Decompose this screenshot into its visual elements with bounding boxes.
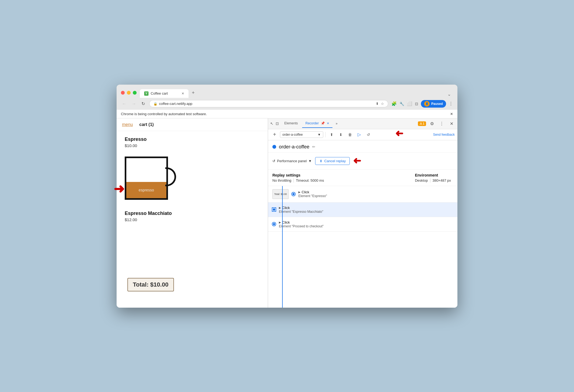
split-icon2[interactable]: ⊡ (415, 102, 418, 106)
environment-title: Environment (415, 173, 453, 177)
step-item-checkout[interactable]: ▶ Click Element "Proceed to checkout" (268, 217, 457, 232)
paused-badge[interactable]: 👤 Paused (421, 100, 446, 108)
step-action-2: ▶ Click (279, 206, 323, 210)
step-detail-3: Element "Proceed to checkout" (279, 224, 324, 228)
throttling-value: No throttling (272, 178, 294, 182)
url-bar[interactable]: 🔒 coffee-cart.netlify.app ⬆ ☆ (149, 100, 388, 107)
main-area: menu cart (1) Espresso $10.00 espresso (117, 118, 457, 308)
maximize-button[interactable] (133, 91, 137, 95)
browser-window: V Coffee cart ✕ + ⌄ ← → ↻ 🔒 coffee-cart.… (117, 85, 457, 308)
expand-arrow-3: ▶ (279, 221, 281, 224)
refresh-button[interactable]: ↻ (140, 101, 146, 107)
menu-link[interactable]: menu (122, 122, 133, 127)
forward-button[interactable]: → (131, 101, 137, 107)
share-icon[interactable]: ⬆ (376, 102, 379, 106)
minimize-button[interactable] (127, 91, 131, 95)
export-icon[interactable]: ⬆ (328, 131, 335, 138)
tab-favicon: V (144, 91, 149, 96)
website-panel: menu cart (1) Espresso $10.00 espresso (117, 118, 268, 308)
url-text: coffee-cart.netlify.app (159, 102, 374, 106)
new-tab-button[interactable]: + (189, 88, 198, 98)
website-content: Espresso $10.00 espresso (117, 131, 268, 233)
toolbar-separator (325, 132, 326, 137)
split-screen-icon[interactable]: ⬜ (407, 101, 412, 106)
active-tab[interactable]: V Coffee cart ✕ (140, 89, 189, 98)
step-action-1: ▶ Click (298, 190, 327, 194)
perf-dropdown-icon: ▼ (308, 159, 312, 163)
title-bar: V Coffee cart ✕ + ⌄ (117, 85, 457, 98)
step-item-macchiato[interactable]: ▶ Click Element "Espresso Macchiato" (268, 202, 457, 217)
controlled-banner: Chrome is being controlled by automated … (117, 110, 457, 118)
more-tabs-icon[interactable]: » (334, 121, 340, 127)
step-action-3: ▶ Click (279, 220, 324, 224)
import-icon[interactable]: ⬇ (337, 131, 345, 138)
espresso-product: Espresso $10.00 espresso (125, 137, 260, 205)
replay-options-icon[interactable]: ↺ (365, 131, 372, 138)
steps-area: Total: $0.00 ▶ Click Element "Espresso" (268, 186, 457, 308)
replay-settings: Replay settings No throttling Timeout: 5… (272, 173, 326, 182)
devtools-icon[interactable]: 🔧 (400, 102, 404, 106)
red-arrow-cancel: ➜ (353, 155, 361, 167)
address-bar-icons: 🧩 🔧 ⬜ ⊡ 👤 Paused ⋮ (391, 100, 453, 108)
desktop-value: Desktop (415, 178, 430, 182)
cursor-icon[interactable]: ↖ (270, 121, 273, 126)
settings-icon[interactable]: ⚙ (428, 120, 436, 127)
expand-arrow-2: ▶ (279, 206, 281, 209)
bookmark-icon[interactable]: ☆ (381, 102, 384, 106)
send-feedback-link[interactable]: Send feedback (433, 133, 455, 137)
banner-close-icon[interactable]: ✕ (450, 112, 453, 116)
user-avatar: 👤 (424, 101, 430, 107)
warning-badge[interactable]: ⚠ 1 (418, 121, 426, 126)
recording-name: order-a-coffee (282, 133, 303, 137)
cup-body: espresso (125, 157, 168, 200)
website-nav: menu cart (1) (117, 118, 268, 131)
replay-controls: ↺ Performance panel ▼ ⏸ Cancel replay ➜ (268, 153, 457, 170)
settings-area: Replay settings No throttling Timeout: 5… (268, 170, 457, 186)
step-content-2: ▶ Click Element "Espresso Macchiato" (279, 206, 323, 214)
cancel-replay-wrapper: ⏸ Cancel replay ➜ (315, 155, 361, 167)
extensions-icon[interactable]: 🧩 (391, 101, 397, 106)
more-tabs-button[interactable]: ⌄ (445, 91, 453, 98)
perf-icon: ↺ (272, 159, 275, 163)
url-actions: ⬆ ☆ (376, 102, 384, 106)
cup-handle (165, 167, 176, 186)
devtools-close-icon[interactable]: ✕ (448, 120, 455, 127)
step-detail-1: Element "Espresso" (298, 194, 327, 198)
environment-settings: Environment Desktop 380×487 px (415, 173, 453, 182)
add-recording-button[interactable]: + (271, 131, 278, 138)
traffic-lights (121, 91, 137, 95)
tab-recorder[interactable]: Recorder 📌 ✕ (302, 119, 332, 128)
tab-close-button[interactable]: ✕ (182, 92, 184, 95)
close-button[interactable] (121, 91, 125, 95)
replay-icon[interactable]: ▷ (355, 131, 363, 138)
delete-icon[interactable]: 🗑 (346, 131, 354, 138)
macchiato-price: $12.00 (125, 217, 260, 222)
inspect-icon[interactable]: ⊡ (275, 121, 280, 126)
devtools-tabs: ↖ ⊡ Elements Recorder 📌 ✕ » ⚠ 1 ⚙ (268, 118, 457, 129)
tab-elements[interactable]: Elements (281, 119, 301, 128)
tabs-area: V Coffee cart ✕ + ⌄ (140, 88, 453, 98)
step-thumbnail-1: Total: $0.00 (272, 189, 289, 199)
performance-panel-button[interactable]: ↺ Performance panel ▼ (272, 159, 312, 163)
address-bar: ← → ↻ 🔒 coffee-cart.netlify.app ⬆ ☆ 🧩 🔧 … (117, 98, 457, 110)
red-arrow-replay: ➜ (395, 128, 403, 139)
step-content-1: ▶ Click Element "Espresso" (298, 190, 327, 198)
timeline-line (282, 186, 283, 308)
cancel-replay-button[interactable]: ⏸ Cancel replay (315, 157, 350, 165)
pause-icon: ⏸ (319, 159, 323, 163)
cart-link[interactable]: cart (1) (139, 122, 154, 127)
macchiato-name: Espresso Macchiato (125, 211, 260, 216)
recording-select[interactable]: order-a-coffee ▼ (280, 131, 323, 138)
coffee-cup-wrapper: espresso (125, 151, 260, 205)
step-content-3: ▶ Click Element "Proceed to checkout" (279, 220, 324, 228)
more-options-icon[interactable]: ⋮ (438, 120, 446, 127)
edit-title-icon[interactable]: ✏ (312, 145, 315, 149)
step-item-espresso[interactable]: Total: $0.00 ▶ Click Element "Espresso" (268, 186, 457, 202)
devtools-right-icons: ⚠ 1 ⚙ ⋮ ✕ (418, 120, 455, 127)
back-button[interactable]: ← (121, 101, 127, 107)
recording-title: order-a-coffee (279, 144, 309, 150)
replay-settings-title: Replay settings (272, 173, 326, 177)
step-detail-2: Element "Espresso Macchiato" (279, 210, 323, 214)
expand-arrow-1: ▶ (298, 191, 301, 194)
chrome-menu-icon[interactable]: ⋮ (449, 101, 453, 106)
